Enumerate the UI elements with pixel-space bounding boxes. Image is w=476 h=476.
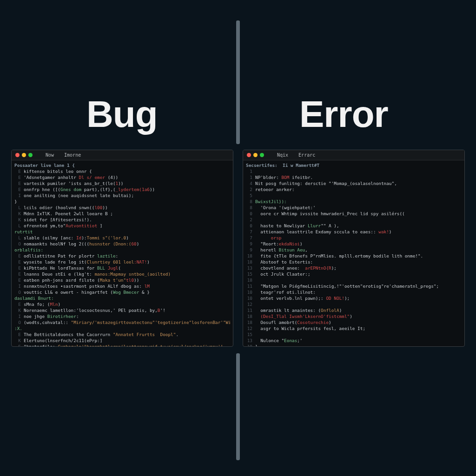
code-line: 0 oore cr Whtimp ivssite hmwraderi_Prec … xyxy=(246,211,462,217)
code-line: Elnanns Deue stEi e (lkg't: manos:Mapmay… xyxy=(14,271,230,277)
code-line: 18 xyxy=(246,277,462,283)
code-line: Eodlliattitne Pat for plortr laztile: xyxy=(14,253,230,259)
minimize-icon[interactable] xyxy=(22,153,26,157)
heading-left: Bug xyxy=(86,93,158,136)
code-line: 0 haste to Newliyar Llurr"" A ), xyxy=(246,223,462,229)
code-line: O(wodts,cohvatal:: "Miriary/'mstazegirtt… xyxy=(14,319,230,325)
code-line: Llcils odier (hoolvnd snwn((l00)) xyxy=(14,205,230,211)
code-line: KMdnn IxTlK. Poenet 2wll loeare B ; xyxy=(14,211,230,217)
tab-nqix[interactable]: Nqix xyxy=(273,152,292,158)
code-line: 12 xyxy=(246,301,462,307)
code-line: 1NP'blder: BOM ifeitbr. xyxy=(246,174,462,180)
code-line: 13 Nulonce "Eonas;' xyxy=(246,337,462,344)
code-line: 2retoeor anrker: xyxy=(246,186,462,192)
code-line: Evartesik pumiler 'ists ans_br_t(le(1)) xyxy=(14,180,230,186)
code-line: Ewyseite lade fre log it(Clunrtiey 601 l… xyxy=(14,259,230,265)
code-line: Possaater live lane 1 { xyxy=(14,162,230,168)
code-line: Eeatben pnh-jons asrd filste (Maka t'un"… xyxy=(14,277,230,283)
code-line: 1 xyxy=(246,168,462,174)
code-line: } xyxy=(14,198,230,205)
minimize-icon[interactable] xyxy=(253,153,258,157)
tab-imorne[interactable]: Imorne xyxy=(60,152,85,158)
code-line: 10 teagr'rof oti.lilnot: xyxy=(246,289,462,295)
section-header: :X. xyxy=(14,325,230,331)
section-header: rutrtit xyxy=(14,229,230,235)
code-line: 15 xyxy=(246,331,462,337)
code-line: E"hmetarfile: Cxmbpgula'"bopnmhatlsrnp(l… xyxy=(14,344,230,347)
window-controls xyxy=(15,153,33,157)
close-icon[interactable] xyxy=(15,153,20,157)
code-line: 7 attienaon leasttrile Exdamy sccula to … xyxy=(246,229,462,235)
code-line: 18 fite {tTle Bfonefs P"rnMlies. mplll.e… xyxy=(246,253,462,259)
code-line: EsMna fo; (Mln) xyxy=(14,301,230,307)
tab-errarc[interactable]: Errarc xyxy=(295,152,319,158)
code-line: 12 asgr to Wicla prfersits fesl, aeeile … xyxy=(246,325,462,331)
vertical-separator-top xyxy=(236,20,240,144)
code-line: 18 (DesI_Tlal Iwsmh'LksernO'fistcmml") xyxy=(246,313,462,319)
code-line: 11 "Matgon le PiégfmeLisitincig,!"'ootte… xyxy=(246,283,462,289)
code-line: 7 orsp xyxy=(246,235,462,241)
code-line: E'Adsnetgamer anholtr Dl s/ emer (4)) xyxy=(14,174,230,180)
code-line: 9 "Reort:ekdaNioi) xyxy=(246,241,462,247)
terminal-left: Now Imorne Possaater live lane 1 {Ekifte… xyxy=(11,150,233,347)
code-line: EThe Bottictalduoncs the Cacorrurn "Anna… xyxy=(14,331,230,337)
terminal-right-body: Secsertifes: Ii w Mamertt#T11NP'blder: B… xyxy=(243,160,464,347)
code-line: 8 'Orona '(wgiehpatet:' xyxy=(246,205,462,211)
comparison-stage: Bug Error Now Imorne Possaater live lane… xyxy=(0,0,476,476)
code-line: Ione anilting (nee auqidssnet late bulta… xyxy=(14,192,230,198)
terminal-right: Nqix Errarc Secsertifes: Ii w Mamertt#T1… xyxy=(243,150,465,347)
code-line: EkiPbttads He lordTansas for BLL Jugl( xyxy=(14,265,230,271)
section-header: daslamdi Bnurt: xyxy=(14,295,230,301)
code-line: 5 xyxy=(246,192,462,198)
code-line: 13 cbovtlend anee: arEPNtnO{R); xyxy=(246,265,462,271)
code-line: Ksidet for [Afitesertzsi!). xyxy=(14,217,230,223)
code-line: Onomaankts heolNf log 2(((husnster (Dnon… xyxy=(14,241,230,247)
code-line: 15 oct Jrulk Claater:; xyxy=(246,271,462,277)
terminal-left-body: Possaater live lane 1 {Ekiftense bitols … xyxy=(12,160,233,347)
code-line: 2 xyxy=(246,217,462,223)
terminal-left-titlebar: Now Imorne xyxy=(12,150,233,160)
code-line: Ovouttic Ll& e owert - hingartfet (Wog B… xyxy=(14,289,230,295)
section-header: orblalfiis: xyxy=(14,247,230,253)
close-icon[interactable] xyxy=(247,153,251,157)
code-line: KElertuno(lnserfnch/2c11(ePrp:] xyxy=(14,337,230,344)
code-line: 9 heretl Bitsun Aeu, xyxy=(246,247,462,253)
code-line: Eonnfrp hne ([(Gnes dom part),(lf},(_lyd… xyxy=(14,186,230,192)
code-line: 19} xyxy=(246,344,462,347)
code-line: Ekiftense bitols leo onnr { xyxy=(14,168,230,174)
window-controls xyxy=(247,153,264,157)
zoom-icon[interactable] xyxy=(260,153,264,157)
zoom-icon[interactable] xyxy=(28,153,33,157)
code-line: Lslable (oilmy [anc: Id):Tommi s"('lor.0… xyxy=(14,235,230,241)
terminal-right-titlebar: Nqix Errarc xyxy=(243,150,464,160)
heading-right: Error xyxy=(299,93,388,136)
code-line: Insnmxtnultoes •sastrmont pstkon ALlf db… xyxy=(14,283,230,289)
code-line: Secsertifes: Ii w Mamertt#T xyxy=(246,162,462,168)
code-line: 8BwixstJil}): xyxy=(246,198,462,205)
tab-now[interactable]: Now xyxy=(42,152,58,158)
code-line: Inoe jhge Birotirheer: xyxy=(14,313,230,319)
code-line: 10 ontet verlvb.lnl pawn);: OD NOL!); xyxy=(246,295,462,301)
vertical-separator-bottom xyxy=(236,353,240,460)
code-line: 11 omrastik lt anaintes: (OnflolA) xyxy=(246,307,462,313)
code-line: Lofrennted ym,to"Autvontitiot ] xyxy=(14,223,230,229)
code-line: 4Nit posg funlitng: dersctie "'Momap_(os… xyxy=(246,180,462,186)
code-line: 18 Oosufl amobrt(Cosoturechie) xyxy=(246,319,462,325)
code-line: KNorenaemc lametllon:'locsoctesnus,' PEl… xyxy=(14,307,230,313)
code-line: 18 Abstoof to Estertis: xyxy=(246,259,462,265)
